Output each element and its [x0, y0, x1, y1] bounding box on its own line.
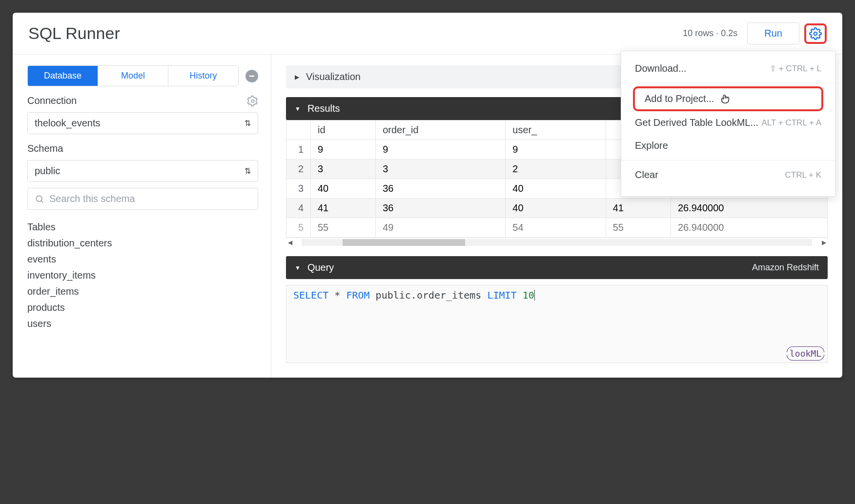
chevron-down-icon-2: ▼: [295, 264, 301, 271]
cell: 2: [506, 160, 606, 179]
table-item-distribution-centers[interactable]: distribution_centers: [27, 237, 258, 250]
cell: 3: [311, 160, 376, 179]
svg-line-4: [41, 201, 43, 202]
search-icon: [35, 194, 44, 204]
sidebar: Database Model History Connection theloo…: [13, 55, 271, 378]
connection-field-row: Connection: [27, 95, 258, 106]
tab-history[interactable]: History: [168, 66, 238, 86]
table-row[interactable]: 5 55 49 54 55 26.940000: [286, 218, 828, 238]
horizontal-scrollbar[interactable]: ◀ ▶: [286, 238, 828, 246]
scrollbar-track[interactable]: [302, 239, 812, 246]
collapse-sidebar-button[interactable]: [245, 70, 258, 82]
cell: 40: [506, 199, 606, 218]
sql-body: public.order_items: [370, 289, 488, 301]
connection-label: Connection: [27, 95, 247, 106]
sql-star: *: [328, 289, 346, 301]
sidebar-tabs: Database Model History: [27, 65, 239, 86]
tables-list: distribution_centers events inventory_it…: [27, 237, 258, 330]
connection-settings-icon[interactable]: [247, 96, 258, 106]
cell: 55: [311, 218, 376, 238]
scroll-right-icon[interactable]: ▶: [820, 239, 828, 246]
cell: 41: [311, 199, 376, 218]
menu-clear-label: Clear: [635, 169, 785, 181]
connection-select[interactable]: thelook_events ⇅: [27, 112, 258, 134]
svg-point-3: [36, 196, 42, 202]
sql-sp: [517, 289, 523, 301]
chevron-down-icon: ▼: [295, 105, 301, 112]
logo-arc-bottom: [787, 355, 824, 361]
table-item-order-items[interactable]: order_items: [27, 285, 258, 298]
row-index: 5: [286, 218, 311, 238]
table-item-products[interactable]: products: [27, 301, 258, 314]
scroll-left-icon[interactable]: ◀: [286, 239, 294, 246]
cell: 9: [506, 140, 606, 160]
logo-arc-top: [787, 346, 824, 352]
schema-field-row: Schema: [27, 143, 258, 154]
cell: 9: [376, 140, 506, 160]
schema-select[interactable]: public ⇅: [27, 160, 258, 182]
gear-icon: [809, 27, 822, 40]
cell: 55: [606, 218, 671, 238]
menu-download-shortcut: ⇧ + CTRL + L: [770, 63, 821, 74]
tab-model[interactable]: Model: [98, 66, 168, 86]
text-cursor: [534, 290, 535, 301]
pointer-icon: [720, 94, 731, 104]
cell: 26.940000: [671, 218, 827, 238]
updown-icon: ⇅: [244, 119, 251, 128]
menu-get-lookml[interactable]: Get Derived Table LookML... ALT + CTRL +…: [621, 111, 835, 134]
body: Database Model History Connection theloo…: [13, 55, 842, 378]
column-header-order-id[interactable]: order_id: [376, 121, 506, 140]
row-index: 4: [286, 199, 311, 218]
column-header-user[interactable]: user_: [506, 121, 606, 140]
table-item-users[interactable]: users: [27, 317, 258, 330]
table-row[interactable]: 4 41 36 40 41 26.940000: [286, 199, 828, 218]
header-row-index: [286, 121, 311, 140]
chevron-right-icon: ▶: [295, 74, 299, 81]
schema-label: Schema: [27, 143, 258, 154]
menu-download[interactable]: Download... ⇧ + CTRL + L: [621, 57, 835, 80]
db-engine-label: Amazon Redshift: [752, 262, 819, 273]
cell: 49: [376, 218, 506, 238]
table-item-inventory-items[interactable]: inventory_items: [27, 269, 258, 282]
sidebar-tabs-row: Database Model History: [27, 65, 258, 86]
svg-point-2: [251, 100, 254, 102]
svg-point-0: [814, 32, 817, 35]
topbar: SQL Runner 10 rows · 0.2s Run: [13, 13, 842, 55]
sql-limit-num: 10: [523, 289, 534, 301]
settings-dropdown: Download... ⇧ + CTRL + L Add to Project.…: [621, 51, 835, 197]
scrollbar-thumb[interactable]: [343, 239, 465, 246]
lookml-logo: lookML: [790, 348, 821, 359]
updown-icon-2: ⇅: [244, 166, 251, 176]
cell: 40: [311, 179, 376, 199]
menu-explore-label: Explore: [635, 140, 821, 151]
menu-clear[interactable]: Clear CTRL + K: [621, 163, 835, 186]
column-header-id[interactable]: id: [311, 121, 376, 140]
sql-editor[interactable]: SELECT * FROM public.order_items LIMIT 1…: [286, 285, 828, 363]
tab-database[interactable]: Database: [28, 66, 98, 86]
menu-add-to-project[interactable]: Add to Project...: [633, 86, 823, 111]
cell: 9: [311, 140, 376, 160]
kw-select: SELECT: [293, 289, 328, 301]
menu-clear-shortcut: CTRL + K: [785, 170, 821, 180]
settings-button[interactable]: [804, 23, 827, 44]
kw-limit: LIMIT: [487, 289, 516, 301]
menu-add-to-project-label: Add to Project...: [645, 93, 714, 104]
run-button[interactable]: Run: [747, 22, 799, 44]
menu-get-lookml-label: Get Derived Table LookML...: [635, 117, 761, 128]
kw-from: FROM: [346, 289, 369, 301]
row-index: 3: [286, 179, 311, 199]
schema-search[interactable]: [27, 188, 258, 210]
menu-download-label: Download...: [635, 63, 770, 74]
cell: 36: [376, 199, 506, 218]
page-title: SQL Runner: [28, 24, 683, 43]
row-index: 1: [286, 140, 311, 160]
menu-divider: [621, 83, 835, 83]
cell: 54: [506, 218, 606, 238]
cell: 36: [376, 179, 506, 199]
menu-explore[interactable]: Explore: [621, 134, 835, 157]
menu-get-lookml-shortcut: ALT + CTRL + A: [761, 118, 821, 128]
row-index: 2: [286, 160, 311, 179]
table-item-events[interactable]: events: [27, 253, 258, 266]
query-panel-header[interactable]: ▼ Query Amazon Redshift: [286, 256, 828, 279]
schema-search-input[interactable]: [49, 193, 251, 204]
